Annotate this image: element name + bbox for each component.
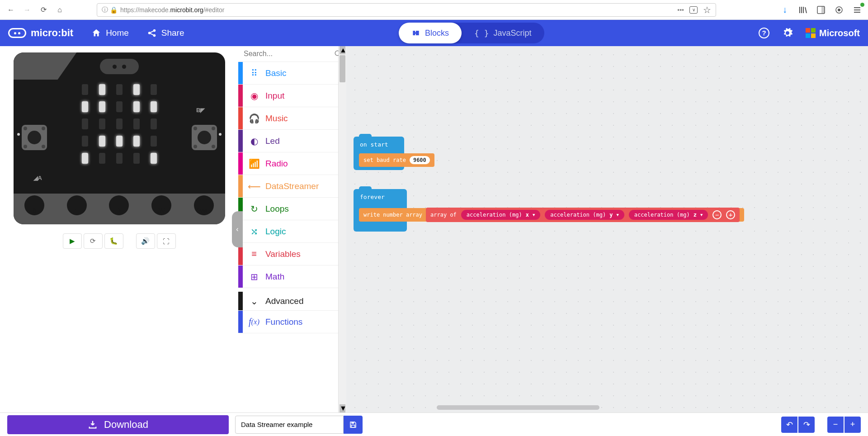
redo-button[interactable]: ↷ (798, 417, 815, 433)
code-icon: { } (474, 28, 489, 38)
search-input[interactable] (244, 50, 334, 58)
save-button[interactable] (344, 416, 363, 434)
pin-label: 0 (33, 207, 36, 214)
led (116, 136, 123, 147)
back-button[interactable]: ← (5, 4, 17, 16)
more-icon[interactable]: ••• (677, 6, 684, 14)
accel-z-block[interactable]: acceleration (mg) z ▼ (629, 210, 708, 220)
category-functions[interactable]: f(x) Functions (238, 311, 338, 333)
undo-button[interactable]: ↶ (781, 417, 797, 433)
category-logic[interactable]: ⤭ Logic (238, 220, 338, 243)
share-link[interactable]: Share (147, 28, 184, 38)
baud-value-field[interactable]: 9600 (410, 156, 430, 164)
microsoft-logo[interactable]: Microsoft (806, 28, 860, 38)
cat-icon: ≡ (243, 249, 265, 259)
zoom-out-button[interactable]: − (827, 417, 844, 433)
toolbox-scrollbar[interactable]: ▲ ▼ (339, 46, 346, 412)
share-label: Share (161, 28, 184, 38)
category-loops[interactable]: ↻ Loops (238, 198, 338, 220)
chevron-down-icon[interactable]: ▼ (533, 213, 535, 217)
pin-GND[interactable]: GND (183, 195, 225, 216)
zoom-in-button[interactable]: + (844, 417, 861, 433)
app-header: micro:bit Home Share Blocks { } JavaScri… (0, 20, 868, 46)
category-led[interactable]: ◐ Led (238, 130, 338, 152)
audio-button[interactable]: 🔊 (136, 233, 155, 249)
pin-1[interactable]: 1 (56, 195, 98, 216)
category-variables[interactable]: ≡ Variables (238, 243, 338, 265)
category-basic[interactable]: ⠿ Basic (238, 62, 338, 85)
category-math[interactable]: ⊞ Math (238, 265, 338, 288)
forward-button[interactable]: → (21, 4, 33, 16)
ms-squares-icon (806, 28, 816, 38)
cat-label: DataStreamer (265, 181, 319, 191)
accel-y-block[interactable]: acceleration (mg) y ▼ (545, 210, 624, 220)
category-radio[interactable]: 📶 Radio (238, 152, 338, 175)
home-button[interactable]: ⌂ (53, 4, 66, 16)
led (99, 118, 105, 129)
axis-x: x (526, 212, 529, 218)
chevron-down-icon[interactable]: ▼ (700, 213, 703, 217)
baud-label: set baud rate (363, 157, 406, 163)
led (133, 118, 140, 129)
restart-button[interactable]: ⟳ (84, 233, 103, 249)
block-write-number-array[interactable]: write number array array of acceleration… (359, 208, 744, 222)
bookmark-icon[interactable]: ☆ (703, 5, 711, 15)
accel-label: acceleration (mg) (467, 212, 522, 218)
array-of-block[interactable]: array of acceleration (mg) x ▼ accelerat… (426, 208, 740, 222)
svg-rect-10 (351, 422, 354, 424)
blocks-icon (411, 28, 420, 38)
canvas-horizontal-scrollbar[interactable] (437, 405, 599, 410)
menu-icon[interactable] (851, 4, 863, 16)
pocket-icon[interactable]: ∨ (689, 6, 698, 14)
led (151, 101, 157, 112)
category-datastreamer[interactable]: ⟵ DataStreamer (238, 175, 338, 198)
project-name-input[interactable] (235, 416, 344, 434)
url-bar[interactable]: ⓘ 🔒 https://makecode.microbit.org/#edito… (97, 3, 716, 17)
category-music[interactable]: 🎧 Music (238, 107, 338, 130)
home-link[interactable]: Home (91, 28, 129, 38)
array-add-button[interactable]: + (726, 210, 735, 219)
share-icon (147, 28, 157, 38)
library-icon[interactable] (797, 4, 809, 16)
sim-controls: ▶ ⟳ 🐛 🔊 ⛶ (63, 233, 176, 249)
fullscreen-button[interactable]: ⛶ (157, 233, 176, 249)
chevron-down-icon[interactable]: ▼ (616, 213, 618, 217)
screenshot-icon[interactable] (833, 4, 845, 16)
button-b[interactable] (192, 125, 217, 150)
canvas-grid (346, 46, 868, 412)
microbit-logo[interactable]: micro:bit (8, 27, 73, 39)
led (151, 153, 157, 164)
pin-0[interactable]: 0 (14, 195, 56, 216)
zoom-group: − + (827, 417, 861, 433)
pin-3V[interactable]: 3V (140, 195, 183, 216)
sidebar-icon[interactable] (815, 4, 827, 16)
help-button[interactable]: ? (759, 28, 769, 38)
pin-2[interactable]: 2 (98, 195, 141, 216)
category-input[interactable]: ◉ Input (238, 85, 338, 107)
block-set-baud-rate[interactable]: set baud rate 9600 (359, 153, 434, 167)
tab-javascript[interactable]: { } JavaScript (462, 23, 544, 43)
blocks-canvas[interactable]: on start set baud rate 9600 forever writ… (346, 46, 868, 412)
url-subdomain: makecode. (139, 6, 170, 14)
pin-strip: 0123VGND (14, 194, 225, 224)
tab-blocks[interactable]: Blocks (399, 23, 462, 43)
cat-label: Math (265, 272, 284, 282)
collapse-simulator[interactable]: ‹ (232, 211, 243, 247)
array-remove-button[interactable]: − (712, 210, 722, 219)
accel-x-block[interactable]: acceleration (mg) x ▼ (461, 210, 540, 220)
download-button[interactable]: Download (7, 415, 229, 434)
workspace: ◢A B◤ 0123VGND ▶ ⟳ 🐛 🔊 ⛶ ‹ ⠿ Basic ◉ Inp… (0, 46, 868, 412)
downloads-icon[interactable]: ↓ (778, 4, 791, 16)
play-button[interactable]: ▶ (63, 233, 82, 249)
simulator-panel: ◢A B◤ 0123VGND ▶ ⟳ 🐛 🔊 ⛶ ‹ (0, 46, 238, 412)
info-icon[interactable]: ⓘ (102, 6, 108, 14)
category-advanced[interactable]: ⌄ Advanced (238, 288, 338, 311)
reload-button[interactable]: ⟳ (37, 4, 50, 16)
debug-button[interactable]: 🐛 (104, 233, 123, 249)
cat-label: Functions (265, 317, 302, 327)
settings-button[interactable] (782, 28, 793, 38)
microbit-board[interactable]: ◢A B◤ 0123VGND (14, 52, 225, 224)
led (99, 101, 105, 112)
cat-label: Variables (265, 249, 301, 259)
button-a[interactable] (22, 125, 47, 150)
